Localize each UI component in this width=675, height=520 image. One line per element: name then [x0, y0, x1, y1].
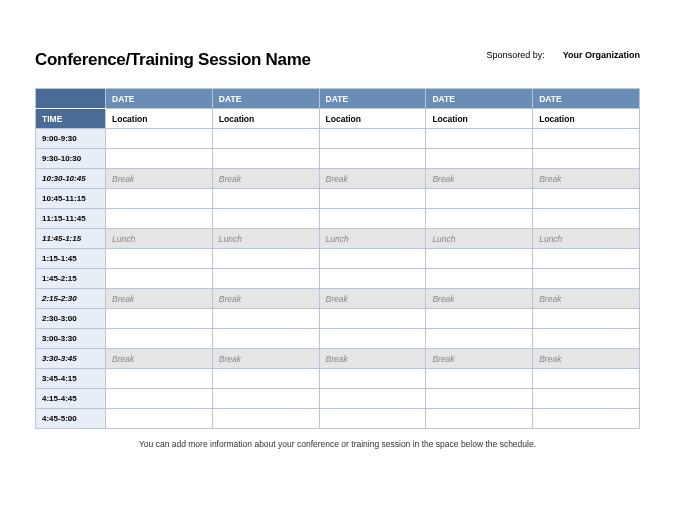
break-cell: Break [106, 349, 213, 369]
session-cell [533, 329, 640, 349]
break-cell: Break [533, 349, 640, 369]
session-cell [106, 389, 213, 409]
session-cell [426, 249, 533, 269]
session-cell [426, 409, 533, 429]
break-cell: Break [426, 169, 533, 189]
time-cell: 4:15-4:45 [36, 389, 106, 409]
session-cell [426, 269, 533, 289]
session-cell [426, 309, 533, 329]
session-cell [106, 269, 213, 289]
session-cell [319, 329, 426, 349]
corner-cell [36, 89, 106, 109]
session-cell [212, 309, 319, 329]
table-row: 9:00-9:30 [36, 129, 640, 149]
session-cell [533, 309, 640, 329]
session-cell [533, 389, 640, 409]
session-cell [106, 369, 213, 389]
session-cell [106, 409, 213, 429]
session-cell [319, 369, 426, 389]
table-row: 4:45-5:00 [36, 409, 640, 429]
page-title: Conference/Training Session Name [35, 50, 311, 70]
session-cell [212, 249, 319, 269]
table-row: 9:30-10:30 [36, 149, 640, 169]
session-cell [106, 309, 213, 329]
location-cell: Location [319, 109, 426, 129]
session-cell [212, 209, 319, 229]
time-cell: 1:45-2:15 [36, 269, 106, 289]
break-cell: Break [212, 289, 319, 309]
location-cell: Location [426, 109, 533, 129]
sponsor-block: Sponsored by: Your Organization [487, 50, 640, 60]
session-cell [106, 329, 213, 349]
session-cell [319, 249, 426, 269]
session-cell [533, 249, 640, 269]
break-cell: Lunch [106, 229, 213, 249]
table-row: 3:30-3:45BreakBreakBreakBreakBreak [36, 349, 640, 369]
location-row: TIME Location Location Location Location… [36, 109, 640, 129]
table-row: 3:45-4:15 [36, 369, 640, 389]
break-cell: Break [426, 349, 533, 369]
session-cell [533, 269, 640, 289]
schedule-table: DATE DATE DATE DATE DATE TIME Location L… [35, 88, 640, 429]
break-cell: Break [533, 289, 640, 309]
session-cell [106, 189, 213, 209]
break-cell: Break [319, 289, 426, 309]
session-cell [212, 409, 319, 429]
session-cell [319, 389, 426, 409]
break-cell: Lunch [533, 229, 640, 249]
location-cell: Location [533, 109, 640, 129]
session-cell [212, 389, 319, 409]
time-cell: 11:45-1:15 [36, 229, 106, 249]
break-cell: Lunch [319, 229, 426, 249]
location-cell: Location [212, 109, 319, 129]
break-cell: Break [533, 169, 640, 189]
date-header: DATE [319, 89, 426, 109]
table-row: 3:00-3:30 [36, 329, 640, 349]
session-cell [533, 129, 640, 149]
session-cell [319, 209, 426, 229]
session-cell [426, 209, 533, 229]
break-cell: Break [319, 169, 426, 189]
session-cell [106, 249, 213, 269]
session-cell [533, 369, 640, 389]
date-header: DATE [106, 89, 213, 109]
break-cell: Lunch [426, 229, 533, 249]
session-cell [426, 189, 533, 209]
footer-note: You can add more information about your … [35, 439, 640, 449]
session-cell [533, 209, 640, 229]
session-cell [212, 269, 319, 289]
time-cell: 4:45-5:00 [36, 409, 106, 429]
time-cell: 2:15-2:30 [36, 289, 106, 309]
time-cell: 9:30-10:30 [36, 149, 106, 169]
time-cell: 9:00-9:30 [36, 129, 106, 149]
table-row: 11:15-11:45 [36, 209, 640, 229]
date-header: DATE [212, 89, 319, 109]
session-cell [426, 329, 533, 349]
sponsor-org: Your Organization [563, 50, 640, 60]
table-row: 1:15-1:45 [36, 249, 640, 269]
session-cell [212, 129, 319, 149]
table-row: 11:45-1:15LunchLunchLunchLunchLunch [36, 229, 640, 249]
time-cell: 3:30-3:45 [36, 349, 106, 369]
session-cell [319, 149, 426, 169]
table-row: 1:45-2:15 [36, 269, 640, 289]
session-cell [212, 149, 319, 169]
time-cell: 1:15-1:45 [36, 249, 106, 269]
table-row: 4:15-4:45 [36, 389, 640, 409]
time-header: TIME [36, 109, 106, 129]
table-row: 2:15-2:30BreakBreakBreakBreakBreak [36, 289, 640, 309]
session-cell [426, 129, 533, 149]
sponsor-label: Sponsored by: [487, 50, 545, 60]
location-cell: Location [106, 109, 213, 129]
break-cell: Break [106, 289, 213, 309]
session-cell [212, 189, 319, 209]
table-row: 10:45-11:15 [36, 189, 640, 209]
break-cell: Lunch [212, 229, 319, 249]
session-cell [319, 269, 426, 289]
table-row: 2:30-3:00 [36, 309, 640, 329]
date-header-row: DATE DATE DATE DATE DATE [36, 89, 640, 109]
break-cell: Break [212, 169, 319, 189]
time-cell: 2:30-3:00 [36, 309, 106, 329]
session-cell [426, 369, 533, 389]
session-cell [106, 149, 213, 169]
